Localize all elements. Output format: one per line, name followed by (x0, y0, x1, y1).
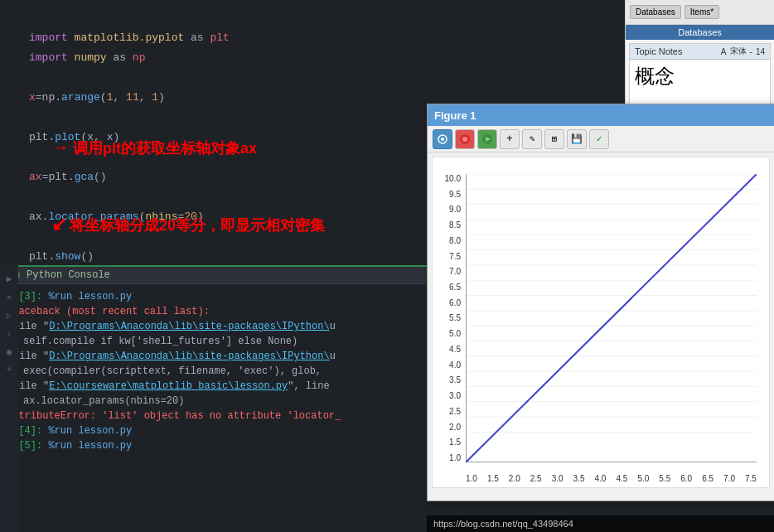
code-line-9 (0, 187, 431, 207)
run-icon[interactable]: ▶ (2, 272, 16, 285)
topic-notes-header: Topic Notes A 宋体 - 14 (630, 44, 770, 60)
sidebar-icons: ▶ ✕ ▷ ↓ ◉ + (0, 265, 18, 532)
toolbar-home[interactable] (433, 129, 452, 149)
font-size: - (750, 47, 752, 56)
code-line-1: import matplotlib.pyplot as plt (0, 28, 431, 48)
code-line-4: x=np.arange(1, 11, 1) (0, 88, 431, 108)
right-panel: Databases Items* Databases Topic Notes A… (625, 0, 774, 108)
toolbar-forward[interactable] (477, 129, 497, 149)
toolbar-pan[interactable]: ✎ (522, 129, 542, 149)
code-line-empty-1 (0, 8, 431, 28)
code-line-3 (0, 68, 431, 88)
topic-notes-content: 概念 (630, 60, 770, 94)
databases-button[interactable]: Databases (630, 5, 681, 19)
console-line-ax: ax.locator_params(nbins=20) (7, 394, 424, 409)
font-icon: A (721, 47, 727, 56)
console-line-exec: exec(compiler(scripttext, filename, 'exe… (7, 364, 424, 379)
add-icon[interactable]: + (2, 363, 16, 376)
console-line-file3: File "E:\courseware\matplotlib_basic\les… (7, 379, 424, 394)
font-name: 宋体 (730, 46, 747, 57)
console-line-file2: File "D:\Programs\Anaconda\lib\site-pack… (7, 349, 424, 364)
toolbar-check[interactable]: ✓ (589, 129, 609, 149)
toolbar-zoom[interactable]: + (500, 129, 520, 149)
figure-title: Figure 1 (434, 109, 476, 122)
right-toolbar: Databases Items* (626, 0, 774, 25)
watch-icon[interactable]: ◉ (2, 345, 16, 358)
annotation-2: ↙将坐标轴分成20等分，即显示相对密集 (51, 214, 325, 235)
url-bar: https://blog.csdn.net/qq_43498464 (427, 515, 774, 532)
step-icon[interactable]: ↓ (2, 326, 16, 340)
console-header: Python Console (0, 267, 431, 284)
svg-line-26 (466, 174, 757, 462)
arrow-down-icon: ↙ (51, 214, 66, 235)
debug-icon[interactable]: ▷ (2, 308, 16, 322)
toolbar-subplots[interactable]: ⊞ (544, 129, 564, 149)
code-line-12: plt.show() (0, 247, 431, 267)
figure-titlebar: Figure 1 (428, 104, 774, 126)
topic-notes-title: Topic Notes (635, 46, 682, 56)
console-line-error: AttributeError: 'list' object has no att… (7, 409, 424, 423)
databases-label: Databases (678, 27, 722, 37)
font-size-value: 14 (756, 47, 765, 56)
code-line-8: ax=plt.gca() (0, 167, 431, 187)
arrow-right-icon: → (51, 137, 70, 158)
console-line-traceback: Traceback (most recent call last): (7, 304, 424, 319)
figure-plot: 10.0 9.5 9.0 8.5 8.0 7.5 7.0 6.5 6.0 5.5… (432, 157, 770, 488)
url-text: https://blog.csdn.net/qq_43498464 (427, 519, 580, 529)
databases-bar: Databases (626, 25, 774, 40)
python-console[interactable]: Python Console In[3]: %run lesson.py Tra… (0, 265, 431, 532)
items-button[interactable]: Items* (685, 5, 719, 19)
x-axis-labels: 1.0 1.5 2.0 2.5 3.0 3.5 4.0 4.5 5.0 5.5 … (466, 474, 757, 483)
toolbar-back[interactable] (455, 129, 475, 149)
y-axis-labels: 10.0 9.5 9.0 8.5 8.0 7.5 7.0 6.5 6.0 5.5… (433, 174, 464, 462)
code-line-5 (0, 108, 431, 128)
console-line-in5: In[5]: %run lesson.py (7, 438, 424, 453)
console-line-self: self.compile if kw['shell_futures'] else… (7, 334, 424, 349)
annotation-1: →调用plt的获取坐标轴对象ax (51, 137, 257, 158)
console-line-in4: In[4]: %run lesson.py (7, 423, 424, 438)
console-line-in3: In[3]: %run lesson.py (7, 289, 424, 304)
code-line-2: import numpy as np (0, 48, 431, 68)
console-body: In[3]: %run lesson.py Traceback (most re… (0, 284, 431, 458)
toolbar-save[interactable]: 💾 (567, 129, 587, 149)
figure-toolbar: + ✎ ⊞ 💾 ✓ (428, 126, 774, 152)
plot-svg (466, 174, 757, 462)
console-line-file1: File "D:\Programs\Anaconda\lib\site-pack… (7, 319, 424, 334)
figure-window[interactable]: Figure 1 + ✎ ⊞ 💾 ✓ 10.0 9.5 9.0 8.5 8.0 … (427, 104, 774, 501)
plot-area (466, 174, 757, 462)
svg-point-1 (441, 138, 444, 141)
svg-point-3 (462, 137, 467, 142)
stop-icon[interactable]: ✕ (2, 290, 16, 303)
console-title: Python Console (27, 269, 110, 281)
